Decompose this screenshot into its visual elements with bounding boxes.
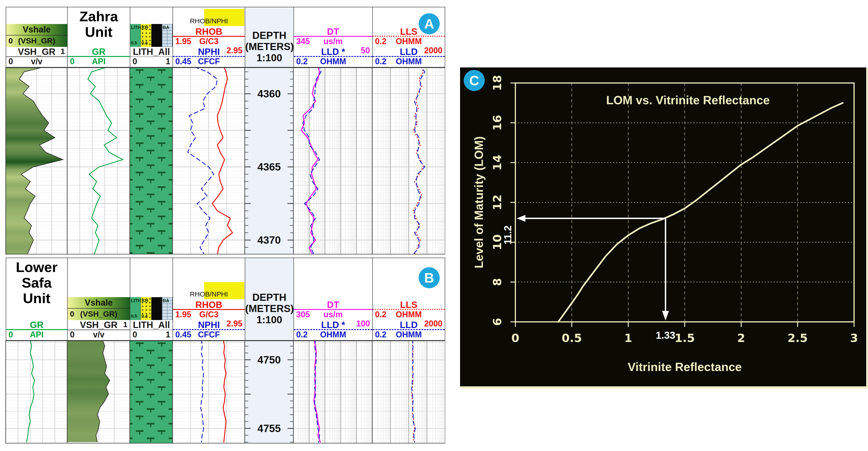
y-tick-label: 16 xyxy=(491,115,504,131)
track-body-B-2 xyxy=(130,340,173,444)
track-body-A-2 xyxy=(130,67,173,254)
curve-scale-label: 0.2OHMM2000 xyxy=(373,310,445,320)
vshale-banner: Vshale0(VSH_GR)1 xyxy=(6,24,67,47)
depth-label: 4370 xyxy=(257,234,281,246)
figure-canvas: Vshale0(VSH_GR)1VSH_GR0v/v1ZahraUnitGR0A… xyxy=(0,0,868,451)
depth-header-label: DEPTH(METERS)1:100 xyxy=(245,292,293,326)
y-tick-label: 18 xyxy=(491,75,504,91)
vshale-banner: Vshale0(VSH_GR)1 xyxy=(68,297,130,320)
curve-name-label: LLS xyxy=(373,300,445,310)
curve-scale-label: 0v/v1 xyxy=(68,330,130,340)
curve-name-label: VSH_GR xyxy=(68,320,130,330)
depth-header-label: DEPTH(METERS)1:100 xyxy=(245,30,293,64)
vshale-banner-scale: 0(VSH_GR)1 xyxy=(68,309,130,319)
x-tick-label: 3 xyxy=(850,331,858,345)
curve-name-label: RHOB xyxy=(173,27,245,37)
curve-scale-label: 0.2OHMM2000 xyxy=(373,57,445,67)
curve-name-label: DT xyxy=(294,27,372,37)
x-tick-label: 0.5 xyxy=(562,331,582,345)
track-header-B-3: RHOB/NPHIRHOB1.95G/C32.95NPHI0.45CFCF-0.… xyxy=(173,258,245,340)
vshale-banner-scale: 0(VSH_GR)1 xyxy=(6,35,67,46)
depth-label: 4755 xyxy=(257,422,281,434)
track-header-A-0: Vshale0(VSH_GR)1VSH_GR0v/v1 xyxy=(6,7,67,67)
curve-scale-label: 0.2OHMM2000 xyxy=(373,330,445,340)
lith-swatch-0: LITH0.5 xyxy=(130,24,141,47)
lithology-legend-swatches: LITH0.5KH0.4BA xyxy=(130,24,173,47)
track-body-B-0 xyxy=(6,340,67,444)
curve-scale-label: 0v/v1 xyxy=(6,57,67,67)
track-body-B-1 xyxy=(67,340,130,444)
lith-swatch-1: KH0.4 xyxy=(141,297,151,320)
log-body-B: 47504755 xyxy=(2,340,445,444)
lith-swatch-3: BA xyxy=(162,297,173,320)
curve-name-label: VSH_GR xyxy=(6,47,67,57)
track-header-B-2: LITH0.5KH0.4BALITH_All01 xyxy=(130,258,173,340)
curve-scale-label: 0.45CFCF-0.15 xyxy=(173,57,245,67)
vshale-banner-title: Vshale xyxy=(68,297,130,309)
curve-name-label: GR xyxy=(68,47,130,57)
track-body-A-6 xyxy=(372,67,445,254)
curve-scale-label: 0API150 xyxy=(6,330,67,340)
chart-y-axis-label: Level of Maturity (LOM) xyxy=(472,123,486,281)
track-body-B-6 xyxy=(372,340,445,444)
track-header-B-1: Vshale0(VSH_GR)1VSH_GR0v/v1 xyxy=(67,258,130,340)
curve-scale-label: 1.95G/C32.95 xyxy=(173,310,245,320)
curve-scale-label: 0.2OHMM20000 xyxy=(294,330,372,340)
lith-swatch-0: LITH0.5 xyxy=(130,297,141,320)
curve-name-label: DT xyxy=(294,300,372,310)
panel-b-badge: B xyxy=(419,267,440,288)
depth-label: 4750 xyxy=(257,354,281,366)
track-body-A-0 xyxy=(6,67,67,254)
y-tick-label: 8 xyxy=(491,278,504,286)
y-tick-label: 14 xyxy=(491,155,504,171)
track-body-A-3 xyxy=(173,67,245,254)
curve-scale-label: 0API150 xyxy=(68,57,130,67)
track-header-A-2: LITH0.5KH0.4BALITH_All01 xyxy=(130,7,173,67)
y-tick-label: 6 xyxy=(491,318,504,326)
panel-a-badge: A xyxy=(419,13,440,34)
rhob-nphi-mini-label: RHOB/NPHI xyxy=(173,8,245,27)
chart-x-axis-label: Vitrinite Reflectance xyxy=(570,360,799,374)
curve-name-label: LITH_All xyxy=(130,320,173,330)
curve-scale-label: 0.2OHMM20000 xyxy=(294,57,372,67)
panel-c-badge: C xyxy=(464,70,485,91)
curve-scale-label: 0.2OHMM2000 xyxy=(373,37,445,47)
curve-name-label: LITH_All xyxy=(130,47,173,57)
unit-title-A: ZahraUnit xyxy=(68,9,130,40)
curve-scale-label: 0.45CFCF-0.15 xyxy=(173,330,245,340)
lith-swatch-3: BA xyxy=(162,24,173,47)
curve-name-label: LLD * xyxy=(294,47,372,57)
curve-scale-label: 01 xyxy=(130,330,173,340)
vshale-banner-title: Vshale xyxy=(6,24,67,35)
curve-name-label: GR xyxy=(6,320,67,330)
lith-swatch-2 xyxy=(152,24,162,47)
depth-label: 4365 xyxy=(257,161,281,173)
chart-title: LOM vs. Vitrinite Reflectance xyxy=(574,93,802,107)
lith-swatch-1: KH0.4 xyxy=(141,24,151,47)
annotation-lom-value: 11.2 xyxy=(502,220,515,250)
track-body-A-1 xyxy=(67,67,130,254)
track-header-A-5: DT345us/m50LLD *0.2OHMM20000 xyxy=(293,7,372,67)
log-body-A: 436043654370 xyxy=(2,67,445,254)
track-header-B-4: DEPTH(METERS)1:100 xyxy=(245,258,293,340)
depth-label: 4360 xyxy=(257,88,281,100)
track-header-A-3: RHOB/NPHIRHOB1.95G/C32.95NPHI0.45CFCF-0.… xyxy=(173,7,245,67)
x-tick-label: 1 xyxy=(624,331,632,345)
lith-swatch-2 xyxy=(152,297,162,320)
track-header-B-5: DT305us/m100LLD *0.2OHMM20000 xyxy=(293,258,372,340)
track-body-B-3 xyxy=(173,340,245,444)
annotation-ro-value: 1.33 xyxy=(652,330,679,341)
x-tick-label: 2 xyxy=(737,331,745,345)
y-tick-label: 12 xyxy=(491,194,504,211)
x-tick-label: 2.5 xyxy=(787,331,808,345)
track-body-A-5 xyxy=(293,67,372,254)
track-header-A-4: DEPTH(METERS)1:100 xyxy=(245,7,293,67)
track-body-B-4: 47504755 xyxy=(245,340,293,444)
log-panel-B: Lower SafaUnitGR0API150Vshale0(VSH_GR)1V… xyxy=(2,258,445,444)
lithology-legend-swatches: LITH0.5KH0.4BA xyxy=(130,297,173,320)
curve-scale-label: 01 xyxy=(130,57,173,67)
curve-scale-label: 345us/m50 xyxy=(294,37,372,47)
track-header-A-1: ZahraUnitGR0API150 xyxy=(67,7,130,67)
track-body-B-5 xyxy=(293,340,372,444)
track-body-A-4: 436043654370 xyxy=(245,67,293,254)
